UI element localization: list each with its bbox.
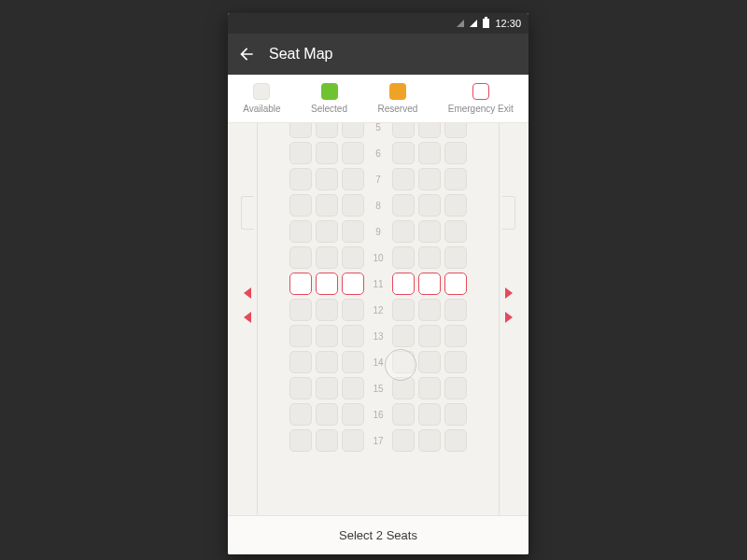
seat-available[interactable]	[289, 377, 312, 399]
seat-available[interactable]	[418, 123, 441, 138]
seat-block-right	[392, 142, 467, 164]
seat-available[interactable]	[418, 429, 441, 452]
seat-available[interactable]	[342, 194, 364, 217]
seat-available[interactable]	[316, 168, 338, 190]
seat-available[interactable]	[392, 142, 415, 164]
seat-available[interactable]	[316, 403, 338, 426]
seat-available[interactable]	[444, 168, 467, 190]
seat-available[interactable]	[289, 403, 312, 426]
seat-available[interactable]	[342, 325, 364, 347]
legend-reserved-label: Reserved	[377, 104, 417, 114]
seat-available[interactable]	[316, 142, 338, 164]
seat-available[interactable]	[342, 403, 364, 426]
seat-available[interactable]	[392, 194, 415, 217]
seat-available[interactable]	[342, 168, 364, 190]
seat-available[interactable]	[289, 168, 312, 190]
legend-emergency-label: Emergency Exit	[448, 104, 514, 114]
seat-available[interactable]	[418, 351, 441, 373]
seat-available[interactable]	[342, 123, 364, 138]
seat-available[interactable]	[418, 168, 441, 190]
seat-available[interactable]	[392, 168, 415, 190]
seat-available[interactable]	[392, 325, 415, 347]
seat-available[interactable]	[342, 142, 364, 164]
seat-available[interactable]	[316, 429, 338, 452]
seat-available[interactable]	[392, 123, 415, 138]
seat-available[interactable]	[418, 325, 441, 347]
seat-emergency[interactable]	[418, 273, 441, 295]
seat-available[interactable]	[342, 299, 364, 321]
seat-available[interactable]	[418, 142, 441, 164]
seat-block-left	[289, 246, 364, 269]
seat-available[interactable]	[418, 194, 441, 217]
seat-emergency[interactable]	[342, 273, 364, 295]
seat-emergency[interactable]	[316, 273, 338, 295]
seat-block-left	[289, 273, 364, 295]
seat-available[interactable]	[316, 325, 338, 347]
seat-map[interactable]: 567891011121314151617	[228, 123, 529, 515]
seat-available[interactable]	[444, 123, 467, 138]
seat-available[interactable]	[444, 220, 467, 243]
seat-available[interactable]	[316, 220, 338, 243]
seat-available[interactable]	[289, 299, 312, 321]
seat-available[interactable]	[444, 299, 467, 321]
seat-available[interactable]	[418, 220, 441, 243]
seat-available[interactable]	[444, 325, 467, 347]
battery-icon	[483, 19, 489, 28]
seat-available[interactable]	[289, 429, 312, 452]
seat-available[interactable]	[392, 220, 415, 243]
seat-available[interactable]	[316, 123, 338, 138]
seat-available[interactable]	[418, 403, 441, 426]
seat-emergency[interactable]	[289, 273, 312, 295]
touch-indicator-icon	[385, 349, 416, 381]
seat-available[interactable]	[444, 194, 467, 217]
seat-available[interactable]	[392, 403, 415, 426]
seat-available[interactable]	[289, 246, 312, 269]
seat-available[interactable]	[418, 246, 441, 269]
back-button[interactable]	[237, 45, 256, 63]
seat-block-right	[392, 403, 467, 426]
seat-available[interactable]	[289, 194, 312, 217]
seat-available[interactable]	[342, 246, 364, 269]
seat-available[interactable]	[289, 220, 312, 243]
row-number: 13	[368, 331, 388, 342]
seat-available[interactable]	[342, 351, 364, 373]
seat-available[interactable]	[342, 377, 364, 399]
seat-available[interactable]	[289, 325, 312, 347]
seat-block-left	[289, 123, 364, 138]
legend-reserved: Reserved	[377, 83, 417, 114]
seat-block-left	[289, 220, 364, 243]
seat-available[interactable]	[444, 351, 467, 373]
seat-available[interactable]	[316, 246, 338, 269]
seat-available[interactable]	[444, 403, 467, 426]
seat-available[interactable]	[418, 377, 441, 399]
seat-row: 6	[289, 142, 467, 164]
seat-available[interactable]	[444, 377, 467, 399]
seat-available[interactable]	[289, 351, 312, 373]
seat-available[interactable]	[316, 194, 338, 217]
row-number: 9	[368, 227, 388, 237]
legend-available-label: Available	[243, 104, 280, 114]
seat-available[interactable]	[392, 429, 415, 452]
seat-block-right	[392, 246, 467, 269]
seat-available[interactable]	[342, 429, 364, 452]
row-number: 10	[368, 253, 388, 263]
seat-available[interactable]	[418, 299, 441, 321]
seat-available[interactable]	[316, 351, 338, 373]
seat-available[interactable]	[444, 429, 467, 452]
seat-available[interactable]	[392, 299, 415, 321]
seat-available[interactable]	[392, 246, 415, 269]
seat-available[interactable]	[289, 142, 312, 164]
seat-row: 7	[289, 168, 467, 190]
seat-available[interactable]	[316, 377, 338, 399]
seat-available[interactable]	[289, 123, 312, 138]
seat-available[interactable]	[444, 246, 467, 269]
status-time: 12:30	[495, 18, 521, 29]
footer-cta: Select 2 Seats	[339, 528, 417, 542]
seat-available[interactable]	[342, 220, 364, 243]
seat-available[interactable]	[316, 299, 338, 321]
seat-emergency[interactable]	[392, 273, 415, 295]
seat-available[interactable]	[444, 142, 467, 164]
footer-bar[interactable]: Select 2 Seats	[228, 515, 529, 554]
seat-block-left	[289, 142, 364, 164]
seat-emergency[interactable]	[444, 273, 467, 295]
